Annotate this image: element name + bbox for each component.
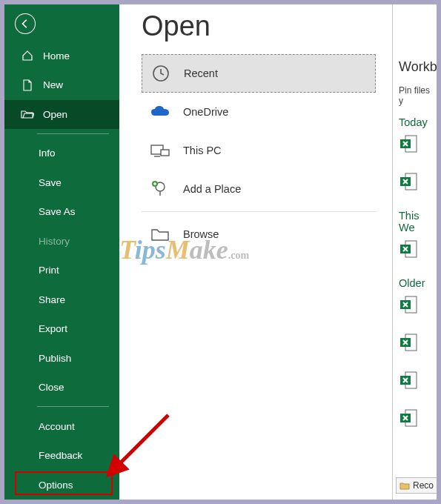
page-title: Open (142, 10, 392, 42)
main-panel: Open Recent OneDrive This PC Add a Place (119, 4, 392, 500)
document-icon (21, 79, 34, 91)
locations-divider (142, 211, 376, 212)
file-item[interactable] (399, 408, 437, 430)
nav-label: Close (39, 382, 64, 393)
location-label: Add a Place (183, 183, 241, 195)
svg-rect-2 (161, 150, 169, 156)
folder-icon (399, 481, 410, 490)
excel-file-icon (399, 172, 418, 191)
nav-label: New (43, 79, 63, 90)
pc-icon (150, 141, 170, 160)
nav-label: History (39, 236, 70, 247)
nav-share[interactable]: Share (4, 285, 119, 314)
recent-heading: Workb (399, 59, 437, 75)
excel-file-icon (399, 333, 418, 352)
nav-label: Save As (39, 206, 76, 217)
file-item[interactable] (399, 172, 437, 193)
nav-label: Open (43, 109, 67, 120)
recover-button[interactable]: Reco (396, 477, 437, 494)
file-item[interactable] (399, 134, 437, 156)
excel-file-icon (399, 239, 418, 259)
nav-open[interactable]: Open (4, 100, 119, 129)
nav-home[interactable]: Home (4, 42, 119, 70)
location-onedrive[interactable]: OneDrive (142, 93, 376, 131)
file-item[interactable] (399, 333, 437, 354)
location-label: OneDrive (183, 106, 228, 118)
file-item[interactable] (399, 371, 437, 392)
nav-new[interactable]: New (4, 70, 119, 99)
nav-label: Save (39, 177, 62, 188)
nav-saveas[interactable]: Save As (4, 197, 119, 226)
folder-open-icon (21, 109, 34, 119)
nav-options[interactable]: Options (4, 470, 119, 499)
arrow-left-icon (20, 19, 30, 29)
file-item[interactable] (399, 295, 437, 316)
home-icon (21, 50, 34, 62)
location-recent[interactable]: Recent (142, 54, 376, 93)
nav-label: Export (39, 323, 67, 334)
recover-label: Reco (413, 480, 434, 491)
sidebar-divider (37, 406, 109, 407)
add-place-icon (150, 179, 170, 199)
nav-label: Home (43, 50, 70, 62)
nav-label: Publish (39, 353, 71, 364)
location-label: This PC (183, 145, 222, 156)
location-addplace[interactable]: Add a Place (142, 170, 376, 208)
locations-list: Recent OneDrive This PC Add a Place Brow… (142, 54, 376, 253)
group-older: Older (399, 277, 437, 289)
location-label: Recent (184, 67, 218, 79)
excel-file-icon (399, 408, 418, 428)
nav-export[interactable]: Export (4, 314, 119, 343)
nav-close[interactable]: Close (4, 373, 119, 402)
nav-label: Print (39, 265, 59, 276)
nav-publish[interactable]: Publish (4, 344, 119, 373)
file-item[interactable] (399, 239, 437, 261)
nav-save[interactable]: Save (4, 168, 119, 197)
sidebar-divider (37, 133, 109, 134)
pin-hint: Pin files y (399, 85, 437, 106)
folder-icon (150, 225, 170, 244)
nav-label: Feedback (39, 450, 82, 461)
nav-label: Account (39, 421, 75, 432)
backstage-sidebar: Home New Open Info Save Save As History … (4, 4, 119, 500)
nav-label: Options (39, 480, 73, 491)
location-browse[interactable]: Browse (142, 215, 376, 253)
group-thisweek: This We (399, 210, 437, 233)
back-button[interactable] (15, 13, 36, 34)
nav-label: Info (39, 147, 56, 159)
cloud-icon (150, 102, 170, 122)
excel-file-icon (399, 134, 418, 153)
location-label: Browse (183, 228, 219, 240)
excel-file-icon (399, 295, 418, 314)
nav-label: Share (39, 294, 65, 305)
nav-feedback[interactable]: Feedback (4, 441, 119, 470)
excel-file-icon (399, 371, 418, 390)
location-thispc[interactable]: This PC (142, 131, 376, 170)
nav-account[interactable]: Account (4, 411, 119, 440)
group-today: Today (399, 116, 437, 128)
nav-history: History (4, 227, 119, 256)
recent-panel: Workb Pin files y Today This We Older Re… (392, 4, 437, 500)
clock-icon (151, 64, 170, 83)
nav-print[interactable]: Print (4, 256, 119, 285)
nav-info[interactable]: Info (4, 139, 119, 168)
